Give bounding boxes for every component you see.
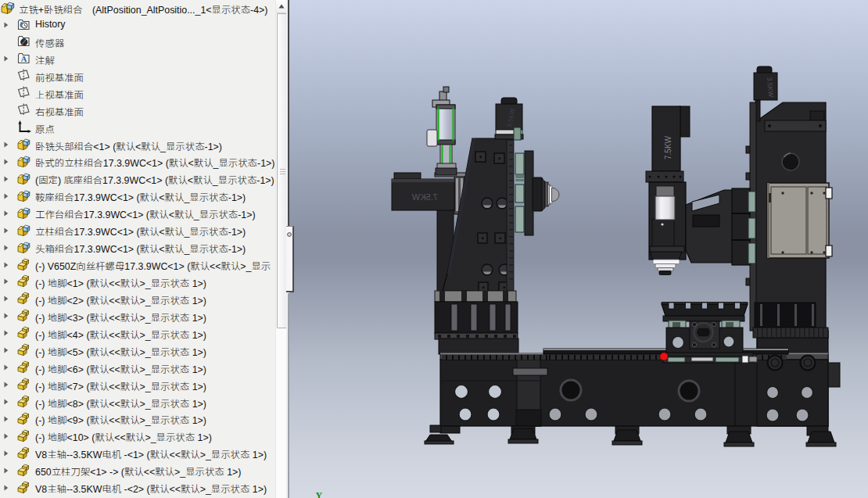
svg-text:Y: Y — [316, 490, 323, 498]
svg-text:7.5KW: 7.5KW — [664, 135, 673, 159]
svg-text:7.5KW: 7.5KW — [411, 192, 438, 202]
